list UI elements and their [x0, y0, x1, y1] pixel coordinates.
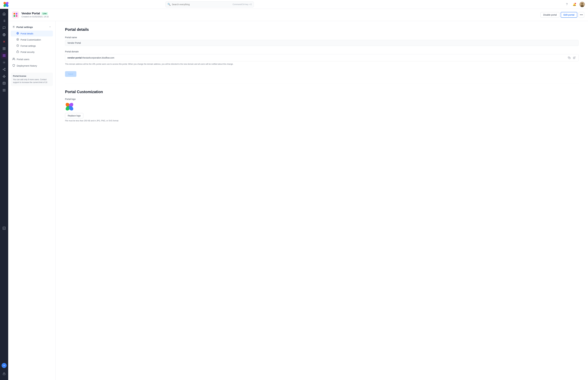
svg-line-29: [4, 70, 5, 70]
save-button[interactable]: Save: [65, 71, 76, 77]
portal-details-section: Portal details Portal name Portal domain…: [65, 27, 579, 77]
nav-item-format-settings[interactable]: Format settings: [11, 43, 53, 49]
help-button[interactable]: ?: [564, 2, 569, 7]
portal-settings-icon: [12, 25, 15, 29]
nav-item-portal-security-label: Portal security: [20, 51, 35, 53]
avatar-image: [579, 2, 585, 7]
disable-portal-button[interactable]: Disable portal: [540, 12, 559, 18]
search-input[interactable]: [172, 3, 231, 6]
live-badge: Live: [41, 12, 48, 15]
portal-customization-title: Portal Customization: [65, 90, 579, 94]
nav-item-deployment-history[interactable]: Deployment history: [11, 63, 53, 69]
sidebar-item-connections[interactable]: [1, 66, 7, 73]
sidebar-item-database[interactable]: [1, 80, 7, 86]
domain-hint: This domain address will be the URL port…: [65, 63, 579, 65]
more-options-button[interactable]: •••: [579, 12, 584, 18]
portal-icon: [12, 11, 19, 18]
portal-name-group: Portal name: [65, 36, 579, 46]
svg-point-61: [13, 58, 14, 59]
portal-settings-label: Portal settings: [17, 26, 33, 28]
sidebar-item-globe[interactable]: [1, 32, 7, 38]
sidebar-item-cross[interactable]: [1, 38, 7, 45]
help-icon: ?: [566, 3, 568, 6]
logo-hint: File must be less than 250 KB and in JPG…: [65, 120, 579, 122]
svg-line-63: [574, 57, 575, 58]
portal-domain-text: vendor-portal-thestarkcorporation.kissfl…: [67, 57, 566, 59]
svg-point-26: [5, 68, 5, 69]
top-navigation: 🔍 Command/Ctrl key + E ? 🔔: [0, 0, 588, 9]
portal-users-icon: [12, 57, 15, 61]
portal-customization-icon: [17, 38, 19, 41]
sidebar-item-nodes[interactable]: [1, 73, 7, 79]
nav-item-portal-details-label: Portal details: [20, 32, 33, 35]
svg-point-27: [3, 69, 4, 70]
notification-button[interactable]: 🔔: [572, 2, 577, 7]
svg-rect-24: [3, 56, 4, 57]
nav-item-portal-users-label: Portal users: [17, 58, 29, 61]
app-logo[interactable]: [3, 1, 9, 7]
portal-details-icon: [17, 32, 19, 35]
nav-item-portal-customization-label: Portal Customization: [20, 38, 41, 41]
svg-point-46: [3, 91, 3, 92]
topnav-right: ? 🔔: [564, 2, 585, 7]
portal-name: Vendor Portal: [21, 12, 40, 15]
portal-security-icon: [17, 51, 19, 54]
svg-rect-23: [4, 56, 5, 57]
svg-point-57: [17, 39, 18, 40]
svg-point-39: [3, 82, 5, 83]
edit-portal-button[interactable]: Edit portal: [561, 12, 577, 18]
replace-logo-button[interactable]: Replace logo: [65, 113, 83, 118]
open-domain-button[interactable]: [572, 56, 576, 60]
nav-item-portal-users[interactable]: Portal users: [11, 56, 53, 62]
svg-rect-33: [4, 75, 4, 76]
sidebar-item-automation[interactable]: [1, 59, 7, 66]
format-settings-icon: [17, 44, 19, 47]
svg-rect-31: [3, 76, 3, 77]
portal-name-input[interactable]: [65, 40, 579, 46]
sidebar-item-home[interactable]: [1, 11, 7, 17]
nav-item-portal-security[interactable]: Portal security: [11, 49, 53, 55]
nav-item-portal-details[interactable]: Portal details: [11, 31, 53, 37]
svg-point-40: [3, 89, 3, 90]
portal-domain-field: vendor-portal-thestarkcorporation.kissfl…: [65, 54, 579, 61]
svg-rect-53: [3, 374, 5, 375]
portal-domain-suffix: -thestarkcorporation.kissflow.com: [82, 57, 114, 59]
sidebar-item-appgrid[interactable]: [1, 87, 7, 94]
sidebar-item-chat[interactable]: [1, 25, 7, 31]
svg-point-44: [4, 90, 4, 91]
svg-point-25: [4, 62, 5, 63]
portal-customization-section: Portal Customization Portal logo Replace: [65, 90, 579, 122]
search-shortcut: Command/Ctrl key + E: [233, 3, 252, 5]
section-divider: [65, 83, 579, 83]
portal-actions: Disable portal Edit portal •••: [540, 12, 584, 18]
portal-logo-label: Portal logo: [65, 98, 579, 100]
left-nav-panel: Portal settings Portal details: [8, 21, 56, 380]
sidebar-item-list[interactable]: [1, 18, 7, 24]
portal-settings-section[interactable]: Portal settings: [11, 24, 53, 30]
sidebar-item-portal[interactable]: [1, 52, 7, 59]
sidebar-item-grid[interactable]: [1, 45, 7, 52]
user-avatar[interactable]: [579, 2, 585, 7]
svg-point-28: [5, 70, 5, 71]
svg-point-45: [5, 90, 5, 91]
notification-icon: 🔔: [573, 3, 576, 6]
sidebar: +: [0, 9, 8, 380]
search-bar[interactable]: 🔍 Command/Ctrl key + E: [165, 1, 254, 7]
copy-domain-button[interactable]: [567, 56, 571, 60]
sidebar-lock[interactable]: [1, 371, 7, 377]
portal-license-section: Portal license You can add only 9 more u…: [11, 73, 53, 86]
portal-title-group: Vendor Portal Live Created on 01/02/2023…: [21, 12, 538, 18]
app-body: + Vendor Portal Live Creat: [0, 9, 588, 380]
svg-rect-17: [3, 47, 4, 48]
svg-rect-22: [4, 55, 5, 55]
portal-domain-prefix: vendor-portal: [67, 57, 82, 59]
svg-point-5: [581, 3, 583, 5]
content-area: Vendor Portal Live Created on 01/02/2023…: [8, 9, 588, 380]
nav-item-portal-customization[interactable]: Portal Customization: [11, 37, 53, 43]
svg-point-58: [17, 38, 19, 40]
sidebar-add-button[interactable]: +: [1, 363, 7, 368]
svg-point-48: [5, 91, 5, 92]
sidebar-item-reports[interactable]: [1, 225, 7, 231]
middle-layout: Portal settings Portal details: [8, 21, 588, 380]
nav-item-format-settings-label: Format settings: [20, 45, 36, 47]
